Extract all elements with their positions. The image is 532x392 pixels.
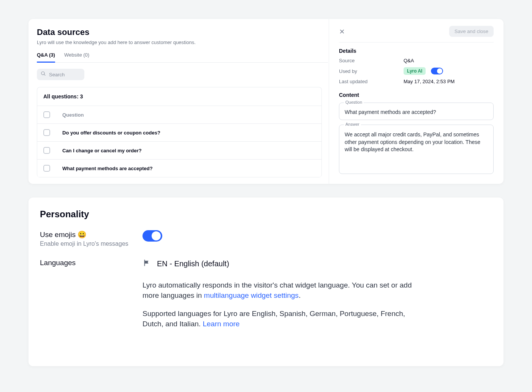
detail-usedby: Used by Lyro AI	[339, 67, 494, 75]
emoji-row: Use emojis 😀 Enable emoji in Lyro's mess…	[40, 230, 492, 247]
save-and-close-button[interactable]: Save and close	[449, 26, 494, 37]
answer-value: We accept all major credit cards, PayPal…	[345, 131, 488, 169]
detail-lastupdated: Last updated May 17, 2024, 2:53 PM	[339, 79, 494, 84]
data-sources-title: Data sources	[37, 27, 329, 37]
question-value: What payment methods are accepted?	[345, 109, 488, 115]
usedby-label: Used by	[339, 68, 404, 74]
column-header-question: Question	[62, 112, 84, 118]
languages-content: EN - English (default) Lyro automaticall…	[142, 259, 416, 337]
multilanguage-settings-link[interactable]: multilanguage widget settings	[204, 291, 299, 299]
lastupdated-label: Last updated	[339, 79, 404, 84]
lastupdated-value: May 17, 2024, 2:53 PM	[404, 79, 454, 84]
answer-field[interactable]: Answer We accept all major credit cards,…	[339, 125, 494, 174]
usedby-toggle[interactable]	[431, 68, 443, 74]
data-sources-subtitle: Lyro will use the knowledge you add here…	[37, 40, 329, 45]
question-list: All questions: 3 Question Do you offer d…	[37, 87, 322, 177]
close-icon[interactable]	[339, 28, 345, 35]
table-row[interactable]: What payment methods are accepted?	[37, 160, 321, 177]
languages-row: Languages EN - English (default) Lyro au…	[40, 259, 492, 337]
details-heading: Details	[339, 48, 494, 54]
question-legend: Question	[344, 100, 364, 104]
language-value: EN - English (default)	[157, 259, 229, 268]
emoji-heading: Use emojis 😀	[40, 230, 142, 239]
row-checkbox[interactable]	[43, 147, 50, 154]
emoji-toggle[interactable]	[142, 230, 162, 242]
question-list-header-row: Question	[37, 106, 321, 124]
tab-website[interactable]: Website (0)	[64, 52, 89, 63]
row-checkbox[interactable]	[43, 165, 50, 172]
table-row[interactable]: Do you offer discounts or coupon codes?	[37, 124, 321, 142]
question-text: What payment methods are accepted?	[62, 166, 153, 171]
question-text: Do you offer discounts or coupon codes?	[62, 130, 160, 136]
tab-qa[interactable]: Q&A (3)	[37, 52, 55, 63]
data-sources-card: Data sources Lyro will use the knowledge…	[28, 19, 504, 184]
question-field[interactable]: Question What payment methods are accept…	[339, 103, 494, 120]
detail-source: Source Q&A	[339, 58, 494, 63]
search-icon	[41, 71, 46, 78]
content-heading: Content	[339, 92, 494, 98]
search-input-wrap[interactable]	[37, 69, 84, 80]
lyro-ai-badge: Lyro AI	[404, 67, 426, 75]
detail-panel: Save and close Details Source Q&A Used b…	[329, 19, 504, 184]
select-all-checkbox[interactable]	[43, 111, 50, 118]
row-checkbox[interactable]	[43, 129, 50, 136]
question-text: Can I change or cancel my order?	[62, 148, 142, 153]
emoji-desc: Enable emoji in Lyro's messages	[40, 240, 142, 247]
languages-heading: Languages	[40, 259, 142, 267]
learn-more-link[interactable]: Learn more	[203, 320, 239, 328]
source-value: Q&A	[404, 58, 414, 63]
table-row[interactable]: Can I change or cancel my order?	[37, 142, 321, 160]
personality-card: Personality Use emojis 😀 Enable emoji in…	[28, 198, 504, 366]
language-default-line: EN - English (default)	[142, 259, 416, 269]
personality-title: Personality	[40, 209, 492, 220]
answer-legend: Answer	[344, 122, 361, 126]
languages-description: Lyro automatically responds in the visit…	[142, 280, 416, 329]
search-input[interactable]	[49, 72, 76, 77]
flag-icon	[142, 259, 151, 269]
source-label: Source	[339, 58, 404, 63]
tabs: Q&A (3) Website (0)	[37, 52, 328, 63]
question-list-heading: All questions: 3	[37, 87, 321, 106]
data-sources-main: Data sources Lyro will use the knowledge…	[28, 19, 329, 184]
